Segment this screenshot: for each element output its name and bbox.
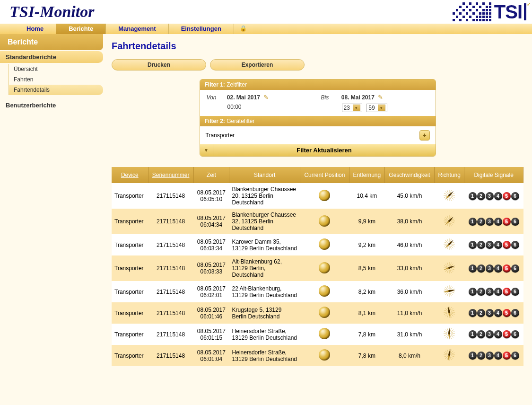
svg-line-49 xyxy=(447,239,449,242)
cell-position[interactable] xyxy=(300,302,349,324)
svg-line-125 xyxy=(447,328,449,332)
globe-icon[interactable] xyxy=(319,215,330,227)
col-serial[interactable]: Seriennummer xyxy=(148,167,193,183)
cell-distance: 7,8 km xyxy=(349,324,384,345)
svg-line-116 xyxy=(451,335,453,337)
sidebar-item-uebersicht[interactable]: Übersicht xyxy=(9,64,103,74)
nav-einstellungen[interactable]: Einstellungen xyxy=(169,24,234,34)
nav-home[interactable]: Home xyxy=(14,24,56,34)
signal-4-icon: 4 xyxy=(494,264,502,273)
top-nav: Home Berichte Management Einstellungen 🔒 xyxy=(0,24,532,34)
svg-line-127 xyxy=(450,328,452,332)
signal-5-icon: 5 xyxy=(503,241,511,249)
cell-position[interactable] xyxy=(300,324,349,345)
collapse-toggle[interactable]: ▼ xyxy=(200,144,213,156)
signal-4-icon: 4 xyxy=(494,192,502,200)
cell-location: Blankenburger Chaussee 20, 13125 Berlin … xyxy=(229,183,300,209)
pencil-icon[interactable]: ✎ xyxy=(378,94,383,101)
globe-icon[interactable] xyxy=(319,328,330,339)
add-device-button[interactable]: + xyxy=(419,130,430,141)
pencil-icon[interactable]: ✎ xyxy=(263,94,269,101)
cell-location: Heinersdorfer Straße, 13129 Berlin Deuts… xyxy=(229,345,300,366)
col-heading[interactable]: Richtung xyxy=(435,167,464,183)
svg-line-60 xyxy=(450,270,452,273)
sidebar-item-fahrten[interactable]: Fahrten xyxy=(9,74,103,85)
cell-location: Alt-Blankenburg 62, 13129 Berlin, Deutsc… xyxy=(229,255,300,281)
globe-icon[interactable] xyxy=(319,262,330,273)
svg-line-140 xyxy=(444,356,447,357)
cell-speed: 11,0 km/h xyxy=(384,302,434,324)
col-location[interactable]: Standort xyxy=(229,167,300,183)
cell-heading xyxy=(435,302,464,324)
col-device[interactable]: Device xyxy=(112,167,148,183)
signal-1-icon: 1 xyxy=(469,241,477,249)
update-filter-button[interactable]: Filter Aktualisieren xyxy=(213,144,436,156)
globe-icon[interactable] xyxy=(319,238,330,250)
svg-line-123 xyxy=(444,331,447,333)
fullscreen-icon[interactable]: ⤢ xyxy=(527,1,531,7)
cell-device: Transporter xyxy=(112,234,148,255)
svg-line-134 xyxy=(451,356,454,357)
cell-position[interactable] xyxy=(300,234,349,255)
svg-line-85 xyxy=(444,289,447,290)
table-row: Transporter 217115148 08.05.201706:04:34… xyxy=(112,209,523,234)
table-header-row: Device Seriennummer Zeit Standort Curren… xyxy=(112,167,523,183)
col-time[interactable]: Zeit xyxy=(193,167,229,183)
cell-device: Transporter xyxy=(112,255,148,281)
svg-line-128 xyxy=(451,330,453,332)
cell-position[interactable] xyxy=(300,255,349,281)
cell-device: Transporter xyxy=(112,209,148,234)
cell-position[interactable] xyxy=(300,183,349,209)
svg-line-139 xyxy=(445,356,448,359)
svg-line-89 xyxy=(450,286,452,289)
col-position[interactable]: Current Position xyxy=(300,167,349,183)
cell-heading xyxy=(435,234,464,255)
sidebar-title: Berichte xyxy=(0,34,103,50)
to-date[interactable]: 08. Mai 2017 xyxy=(341,94,375,101)
sidebar-group-standard[interactable]: Standardberichte xyxy=(0,51,103,63)
globe-icon[interactable] xyxy=(319,307,330,318)
from-date[interactable]: 02. Mai 2017 xyxy=(227,94,260,101)
sidebar-item-fahrtendetails[interactable]: Fahrtendetails xyxy=(9,85,103,95)
globe-icon[interactable] xyxy=(319,190,330,201)
svg-line-29 xyxy=(445,217,448,219)
svg-line-82 xyxy=(445,292,448,295)
cell-speed: 33,0 km/h xyxy=(384,255,434,281)
svg-point-56 xyxy=(448,243,450,245)
signal-4-icon: 4 xyxy=(494,352,502,360)
col-speed[interactable]: Geschwindigkeit xyxy=(384,167,434,183)
col-signals[interactable]: Digitale Signale xyxy=(464,167,523,183)
app-header: TSI-Monitor TSI ⤢ xyxy=(0,0,532,24)
cell-heading xyxy=(435,281,464,302)
cell-device: Transporter xyxy=(112,324,148,345)
svg-line-30 xyxy=(447,215,449,219)
sidebar-group-user[interactable]: Benutzerberichte xyxy=(0,97,103,114)
globe-icon[interactable] xyxy=(319,285,330,297)
signal-1-icon: 1 xyxy=(469,330,477,338)
svg-point-75 xyxy=(448,267,450,269)
page-title: Fahrtendetails xyxy=(112,41,523,52)
nav-berichte[interactable]: Berichte xyxy=(56,24,106,34)
print-button[interactable]: Drucken xyxy=(112,59,206,70)
to-min-select[interactable]: 59▾ xyxy=(366,104,387,112)
nav-management[interactable]: Management xyxy=(106,24,168,34)
to-hour-select[interactable]: 23▾ xyxy=(342,104,362,112)
table-row: Transporter 217115148 08.05.201706:02:01… xyxy=(112,281,523,302)
export-button[interactable]: Exportieren xyxy=(210,59,305,70)
cell-position[interactable] xyxy=(300,209,349,234)
cell-signals: 123456 xyxy=(464,209,523,234)
signal-5-icon: 5 xyxy=(503,192,511,200)
cell-speed: 8,0 km/h xyxy=(384,345,434,366)
svg-marker-150 xyxy=(447,355,451,361)
globe-icon[interactable] xyxy=(319,349,330,361)
svg-line-100 xyxy=(447,314,449,317)
cell-distance: 8,2 km xyxy=(349,281,384,302)
col-distance[interactable]: Entfernung xyxy=(349,167,384,183)
cell-position[interactable] xyxy=(300,345,349,366)
cell-position[interactable] xyxy=(300,281,349,302)
brand-label: TSI xyxy=(494,3,526,20)
svg-marker-93 xyxy=(443,290,449,293)
cell-serial: 217115148 xyxy=(148,302,193,324)
lock-icon[interactable]: 🔒 xyxy=(234,24,253,34)
signal-3-icon: 3 xyxy=(486,352,494,360)
